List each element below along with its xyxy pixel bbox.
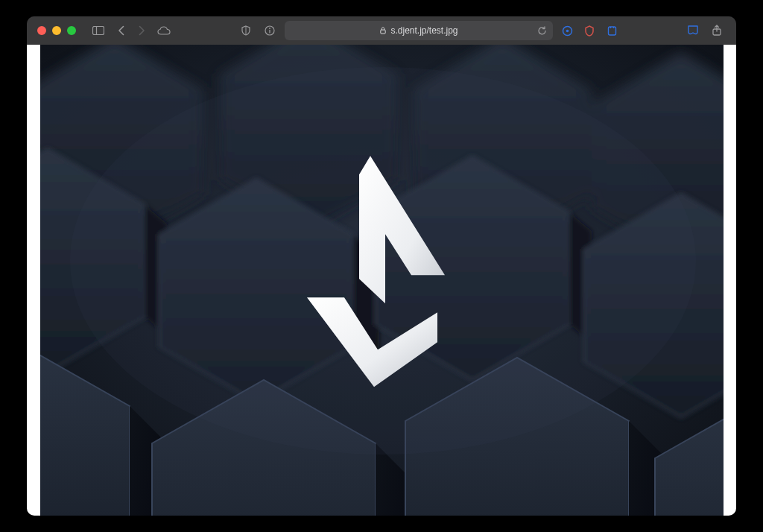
svg-rect-9 [608, 27, 615, 35]
extension-icon-2[interactable] [581, 22, 598, 39]
sidebar-toggle-icon[interactable] [89, 22, 107, 39]
browser-content [27, 45, 736, 516]
back-button[interactable] [113, 22, 128, 39]
maximize-button[interactable] [67, 26, 76, 35]
svg-rect-0 [93, 27, 104, 35]
lock-icon [379, 27, 390, 34]
extension-icon-1[interactable] [559, 22, 575, 39]
reading-list-icon[interactable] [684, 22, 702, 39]
svg-rect-6 [381, 30, 385, 34]
svg-point-4 [269, 28, 270, 29]
info-icon[interactable] [261, 22, 279, 39]
reload-icon[interactable] [537, 26, 547, 36]
address-bar-group: s.djent.jp/test.jpg [237, 21, 620, 40]
svg-point-8 [566, 29, 569, 32]
url-text: s.djent.jp/test.jpg [390, 25, 458, 36]
extension-icon-3[interactable] [604, 22, 620, 39]
share-icon[interactable] [708, 22, 726, 39]
minimize-button[interactable] [52, 26, 61, 35]
address-bar[interactable]: s.djent.jp/test.jpg [285, 21, 553, 40]
image-viewport [27, 45, 736, 516]
displayed-image [40, 45, 724, 516]
browser-toolbar: s.djent.jp/test.jpg [27, 16, 736, 45]
cloud-icon[interactable] [155, 22, 173, 39]
shield-icon[interactable] [237, 22, 255, 39]
close-button[interactable] [37, 26, 46, 35]
logo-icon [262, 148, 501, 402]
forward-button[interactable] [134, 22, 149, 39]
window-controls [37, 26, 76, 35]
browser-window: s.djent.jp/test.jpg [27, 16, 736, 516]
